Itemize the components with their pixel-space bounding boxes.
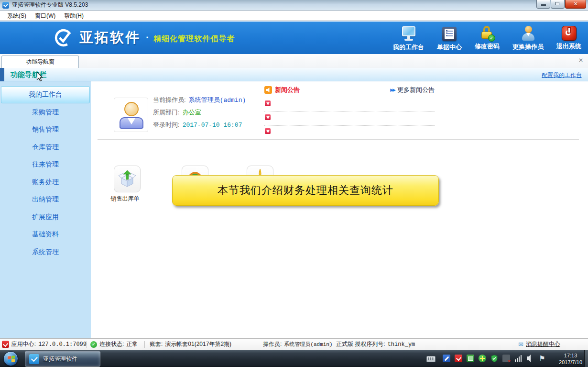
- operator-label: 操作员:: [263, 340, 282, 348]
- tool-document-center[interactable]: 单据中心: [437, 26, 462, 52]
- sidebar-item-contacts[interactable]: 往来管理: [1, 156, 90, 173]
- operator-value: 系统管理员(admin): [189, 97, 246, 104]
- keyboard-icon[interactable]: [426, 356, 436, 362]
- sidebar-item-base-data[interactable]: 基础资料: [1, 226, 90, 243]
- section-divider: [98, 139, 579, 140]
- clock-date: 2017/7/10: [559, 359, 582, 366]
- network-plug-disabled-icon[interactable]: [502, 355, 510, 362]
- news-item[interactable]: [264, 126, 435, 140]
- sidebar-item-purchase[interactable]: 采购管理: [1, 104, 90, 121]
- taskbar-clock[interactable]: 17:13 2017/7/10: [559, 352, 582, 366]
- menu-system[interactable]: 系统(S): [3, 11, 31, 22]
- account-set-status: 账套: 演示帐套01(2017年第2期): [145, 340, 256, 348]
- system-tray: ⚑: [426, 355, 546, 362]
- department-label: 所属部门:: [153, 109, 180, 116]
- login-time-value: 2017-07-10 16:07: [183, 122, 242, 129]
- close-button[interactable]: ✕: [565, 0, 586, 9]
- wrench-tool-icon[interactable]: [443, 355, 450, 362]
- news-item[interactable]: [264, 98, 435, 112]
- window-controls: ✕: [536, 0, 586, 9]
- sidebar: 我的工作台 采购管理 销售管理 仓库管理 往来管理 账务处理 出纳管理 扩展应用…: [0, 81, 91, 338]
- tool-label: 单据中心: [437, 43, 462, 52]
- sidebar-item-my-workbench[interactable]: 我的工作台: [1, 86, 90, 103]
- more-news-link[interactable]: ▶▶ 更多新闻公告: [390, 86, 435, 94]
- mouse-cursor: [36, 72, 43, 82]
- check-icon: ✓: [90, 341, 97, 348]
- tray-box-icon[interactable]: [467, 355, 474, 362]
- license-label: 正式版 授权序列号:: [336, 340, 385, 348]
- lock-icon: ✓: [480, 26, 494, 41]
- taskbar: 亚拓管理软件 ⚑ 17:13 2017/7/10: [0, 350, 588, 367]
- app-logo-icon: [29, 354, 39, 364]
- brand-slogan: 精细化管理软件倡导者: [153, 32, 235, 44]
- start-button[interactable]: [3, 351, 18, 366]
- sidebar-item-cashier[interactable]: 出纳管理: [1, 191, 90, 208]
- profile-info: 当前操作员:系统管理员(admin) 所属部门:办公室 登录时间:2017-07…: [153, 94, 246, 131]
- tool-exit-system[interactable]: 退出系统: [556, 26, 581, 52]
- login-time-row: 登录时间:2017-07-10 16:07: [153, 119, 246, 131]
- sidebar-item-extensions[interactable]: 扩展应用: [1, 209, 90, 226]
- antivirus-plus-icon[interactable]: [479, 355, 486, 362]
- app-logo-icon: [2, 2, 9, 9]
- brand-logo-icon: [54, 28, 74, 48]
- tool-label: 退出系统: [556, 42, 581, 51]
- sidebar-item-sales[interactable]: 销售管理: [1, 121, 90, 138]
- tab-close-icon[interactable]: ✕: [577, 57, 584, 64]
- account-value: 演示帐套01(2017年第2期): [165, 340, 231, 348]
- tool-label: 修改密码: [475, 42, 500, 51]
- open-box-icon: [114, 166, 141, 192]
- operator-row: 当前操作员:系统管理员(admin): [153, 94, 246, 106]
- menu-help[interactable]: 帮助(H): [60, 11, 88, 22]
- tutorial-callout: 本节我们介绍财务处理相关查询统计: [172, 175, 439, 206]
- minimize-button[interactable]: [536, 0, 550, 9]
- menu-window[interactable]: 窗口(W): [31, 11, 60, 22]
- sidebar-item-system[interactable]: 系统管理: [1, 244, 90, 261]
- signal-bars-icon[interactable]: [514, 355, 522, 362]
- shield-icon[interactable]: [490, 355, 498, 362]
- windows-flag-icon: [8, 356, 15, 363]
- brand: 亚拓软件 · 精细化管理软件倡导者: [54, 28, 235, 48]
- app-center-icon: [2, 341, 9, 348]
- function-nav-bar: 功能导航栏 配置我的工作台: [0, 68, 588, 81]
- tool-label: 更换操作员: [512, 43, 544, 51]
- tutorial-callout-text: 本节我们介绍财务处理相关查询统计: [218, 183, 393, 198]
- tool-my-workbench[interactable]: 我的工作台: [393, 26, 424, 52]
- more-news-label: 更多新闻公告: [397, 86, 435, 94]
- monitor-icon: [401, 26, 416, 42]
- show-desktop-button[interactable]: [584, 350, 588, 367]
- news-item[interactable]: [264, 112, 435, 126]
- message-center-link[interactable]: 消息提醒中心: [526, 340, 560, 348]
- tab-function-navigation[interactable]: 功能导航窗: [1, 56, 79, 68]
- volume-icon[interactable]: [526, 355, 534, 362]
- message-center[interactable]: ✉ 消息提醒中心: [518, 340, 588, 348]
- app-center-value: 127.0.0.1:7099: [38, 341, 87, 348]
- connection-value: 正常: [126, 340, 138, 348]
- operator-label: 当前操作员:: [153, 96, 186, 103]
- taskbar-app-button[interactable]: 亚拓管理软件: [25, 351, 100, 367]
- taskbar-app-label: 亚拓管理软件: [43, 355, 77, 363]
- news-panel: 新闻公告 ▶▶ 更多新闻公告: [264, 85, 435, 140]
- connection-label: 连接状态:: [99, 340, 124, 348]
- menu-bar: 系统(S) 窗口(W) 帮助(H): [0, 11, 588, 21]
- news-bullet-icon: [265, 114, 271, 120]
- tool-change-password[interactable]: ✓ 修改密码: [475, 26, 500, 52]
- window-titlebar: 亚拓管理软件专业版 V8.5.203 ✕: [0, 0, 588, 11]
- avatar: [114, 98, 148, 132]
- brand-separator: ·: [146, 32, 149, 44]
- double-arrow-icon: ▶▶: [390, 88, 395, 92]
- shortcut-sales-delivery[interactable]: 销售出库单: [114, 166, 142, 203]
- action-center-flag-icon[interactable]: ⚑: [538, 355, 546, 362]
- news-bullet-icon: [265, 128, 271, 134]
- app-center-status: 应用中心: 127.0.0.1:7099: [0, 340, 87, 348]
- license-status: 正式版 授权序列号: think_ym: [329, 340, 415, 348]
- configure-workbench-link[interactable]: 配置我的工作台: [542, 71, 582, 79]
- tool-switch-operator[interactable]: 更换操作员: [512, 26, 544, 52]
- app-center-label: 应用中心:: [11, 340, 36, 348]
- shortcut-label: 销售出库单: [109, 195, 142, 203]
- license-value: think_ym: [388, 341, 415, 348]
- restore-button[interactable]: [551, 0, 565, 9]
- news-title: 新闻公告: [275, 86, 300, 94]
- sidebar-item-warehouse[interactable]: 仓库管理: [1, 139, 90, 156]
- sidebar-item-accounting[interactable]: 账务处理: [1, 174, 90, 191]
- tray-app-icon[interactable]: [455, 355, 462, 362]
